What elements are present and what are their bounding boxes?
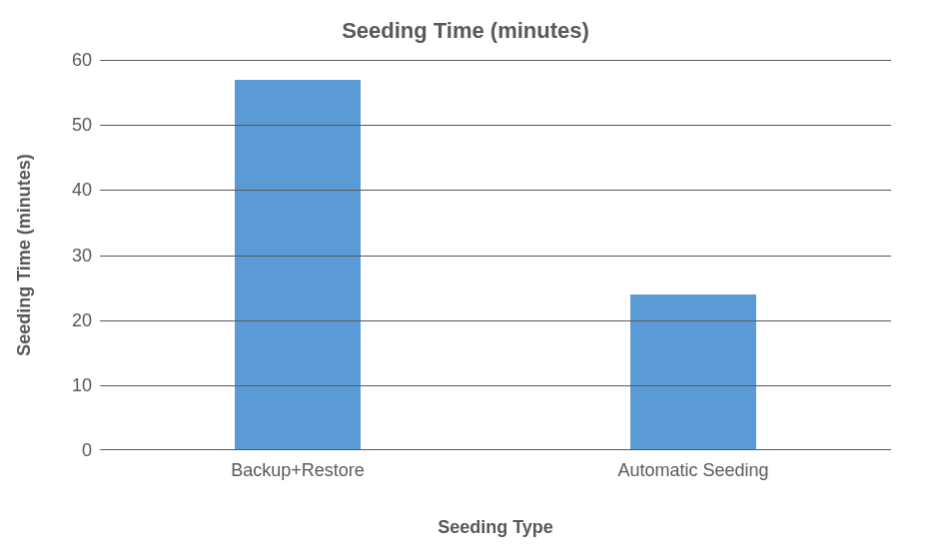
y-tick-label: 0 (60, 440, 92, 461)
chart-title: Seeding Time (minutes) (0, 18, 931, 44)
plot-area (100, 60, 891, 450)
grid-line (100, 385, 891, 386)
y-tick-label: 30 (60, 245, 92, 266)
grid-line (100, 125, 891, 126)
grid-line (100, 60, 891, 61)
x-axis-label: Seeding Type (100, 517, 891, 538)
y-tick-label: 10 (60, 374, 92, 395)
chart-container: Seeding Time (minutes) Seeding Time (min… (0, 0, 931, 560)
y-tick-label: 60 (60, 50, 92, 71)
y-axis-label: Seeding Time (minutes) (12, 60, 36, 450)
grid-line (100, 190, 891, 191)
bar (235, 80, 362, 450)
x-axis-line (100, 449, 891, 450)
grid-line (100, 256, 891, 257)
bar (630, 294, 757, 450)
grid-line (100, 320, 891, 321)
y-tick-label: 50 (60, 115, 92, 136)
x-tick-label: Automatic Seeding (617, 460, 768, 481)
y-tick-label: 40 (60, 180, 92, 201)
x-tick-label: Backup+Restore (231, 460, 365, 481)
y-tick-label: 20 (60, 309, 92, 330)
y-axis-label-text: Seeding Time (minutes) (14, 154, 35, 356)
